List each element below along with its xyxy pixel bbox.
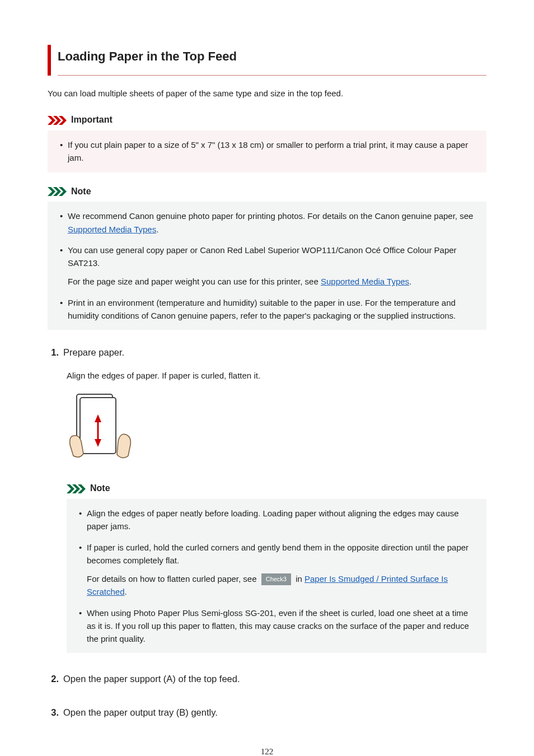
svg-marker-11 bbox=[67, 484, 74, 493]
important-head: Important bbox=[48, 113, 486, 127]
note-head: Note bbox=[48, 185, 486, 199]
step-title: Open the paper support (A) of the top fe… bbox=[63, 672, 240, 687]
page-number: 122 bbox=[48, 745, 486, 756]
note-label: Note bbox=[71, 185, 91, 199]
step-number: 2 bbox=[48, 672, 59, 687]
note-text: . bbox=[125, 587, 127, 596]
step-note-body: Align the edges of paper neatly before l… bbox=[67, 499, 486, 653]
note-sub: For the page size and paper weight you c… bbox=[68, 275, 477, 288]
step-note-item: If paper is curled, hold the curled corn… bbox=[78, 541, 477, 599]
note-text: We recommend Canon genuine photo paper f… bbox=[68, 211, 473, 221]
note-text: For the page size and paper weight you c… bbox=[68, 277, 321, 286]
step-note-head: Note bbox=[67, 482, 486, 496]
note-item: We recommend Canon genuine photo paper f… bbox=[59, 209, 477, 236]
step-body-text: Align the edges of paper. If paper is cu… bbox=[67, 369, 486, 382]
check-badge: Check3 bbox=[261, 573, 291, 585]
chevron-icon bbox=[48, 187, 67, 196]
document-page: Loading Paper in the Top Feed You can lo… bbox=[0, 0, 534, 756]
svg-marker-0 bbox=[48, 116, 55, 125]
important-callout: Important If you cut plain paper to a si… bbox=[48, 113, 486, 172]
page-title: Loading Paper in the Top Feed bbox=[58, 45, 486, 72]
step-title: Open the paper output tray (B) gently. bbox=[63, 706, 218, 720]
link-supported-media-types[interactable]: Supported Media Types bbox=[321, 277, 409, 286]
step-note-item: Align the edges of paper neatly before l… bbox=[78, 507, 477, 533]
link-supported-media-types[interactable]: Supported Media Types bbox=[68, 225, 156, 234]
note-text: in bbox=[293, 574, 305, 584]
step-title: Prepare paper. bbox=[63, 346, 124, 360]
step: 2 Open the paper support (A) of the top … bbox=[48, 672, 486, 687]
title-divider bbox=[58, 75, 486, 76]
note-text: For details on how to flatten curled pap… bbox=[87, 574, 259, 584]
step-note-label: Note bbox=[90, 482, 110, 496]
note-text: You can use general copy paper or Canon … bbox=[68, 245, 457, 268]
chevron-icon bbox=[48, 116, 67, 125]
step-number: 3 bbox=[48, 706, 59, 720]
step-note-item: When using Photo Paper Plus Semi-gloss S… bbox=[78, 606, 477, 646]
note-item: Print in an environment (temperature and… bbox=[59, 296, 477, 323]
page-title-block: Loading Paper in the Top Feed bbox=[48, 45, 486, 76]
svg-marker-3 bbox=[48, 187, 55, 196]
intro-text: You can load multiple sheets of paper of… bbox=[48, 87, 486, 100]
important-item: If you cut plain paper to a size of 5" x… bbox=[59, 138, 477, 165]
step: 3 Open the paper output tray (B) gently. bbox=[48, 706, 486, 720]
chevron-icon bbox=[67, 484, 86, 493]
steps-list: 1 Prepare paper. Align the edges of pape… bbox=[48, 346, 486, 720]
step-note-callout: Note Align the edges of paper neatly bef… bbox=[67, 482, 486, 653]
step: 1 Prepare paper. Align the edges of pape… bbox=[48, 346, 486, 653]
note-text: If paper is curled, hold the curled corn… bbox=[87, 543, 469, 565]
paper-align-illustration bbox=[67, 391, 486, 467]
note-body: We recommend Canon genuine photo paper f… bbox=[48, 202, 486, 330]
note-item: You can use general copy paper or Canon … bbox=[59, 244, 477, 288]
note-text: . bbox=[409, 277, 411, 286]
step-number: 1 bbox=[48, 346, 59, 360]
important-label: Important bbox=[71, 113, 113, 127]
note-text: . bbox=[156, 225, 158, 234]
note-callout: Note We recommend Canon genuine photo pa… bbox=[48, 185, 486, 330]
important-body: If you cut plain paper to a size of 5" x… bbox=[48, 130, 486, 172]
note-sub: For details on how to flatten curled pap… bbox=[87, 572, 477, 599]
